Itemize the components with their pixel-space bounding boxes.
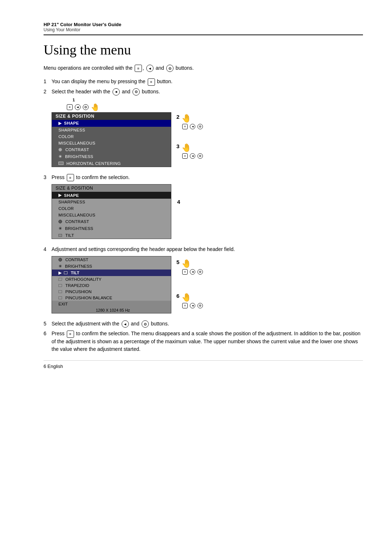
brightness-icon: ✳ xyxy=(58,154,62,159)
label-4-block: 4 xyxy=(177,184,180,205)
steps-5-6: 5 Select the adjustment with the ◄ and ⊙… xyxy=(44,320,363,353)
step-2: 2 Select the header with the ◄ and ⊙ but… xyxy=(44,88,363,96)
menu-header-1: SIZE & POSITION xyxy=(52,113,171,120)
btn-left-6: ◄ xyxy=(190,303,195,308)
horiz-center-icon xyxy=(58,162,64,165)
menu3-brightness: ✳ BRIGHTNESS xyxy=(52,263,171,270)
menu-item-contrast-label: CONTRAST xyxy=(65,147,89,152)
menu-item-sharpness-label: SHARPNESS xyxy=(58,128,85,132)
menu-item-color-label: COLOR xyxy=(58,134,74,139)
buttons-group-1: ≡ ◄ ⊙ xyxy=(66,104,89,110)
footer-text: 6 English xyxy=(44,364,63,369)
menu2-header: SIZE & POSITION xyxy=(52,185,171,192)
hand-icon-5: 🤚 xyxy=(181,259,191,268)
menu-screen-3: CONTRAST ✳ BRIGHTNESS ▶ TILT ORTHOGONALI… xyxy=(52,256,171,313)
btn-menu-3: ≡ xyxy=(182,153,188,159)
menu-item-color-1: COLOR xyxy=(52,133,171,140)
label-1-above: 1 xyxy=(73,98,75,102)
menu3-pincushion-balance: PINCUSHION BALANCE xyxy=(52,295,171,301)
menu2-misc: MISCELLANEOUS xyxy=(52,212,171,218)
menu3-ortho-icon xyxy=(58,278,62,281)
menu2-shape: ▶ SHAPE xyxy=(52,192,171,199)
header-title: HP 21" Color Monitor User's Guide xyxy=(44,22,363,27)
step-1-text: You can display the menu by pressing the… xyxy=(52,78,363,85)
menu-item-sharpness-1: SHARPNESS xyxy=(52,127,171,133)
menu2-shape-label: SHAPE xyxy=(64,193,79,198)
hand-6-group: 🤚 ≡ ◄ ⊙ xyxy=(181,293,204,308)
menu2-arrow: ▶ xyxy=(58,193,61,198)
label-6: 6 xyxy=(176,293,179,299)
btn-menu-6: ≡ xyxy=(182,303,188,308)
menu-screen-2: SIZE & POSITION ▶ SHAPE SHARPNESS COLOR … xyxy=(52,184,171,239)
menu-item-shape-label: SHAPE xyxy=(64,121,79,125)
diagram-1-row: ≡ ◄ ⊙ 🤚 SIZE & POSITION ▶ SHAPE xyxy=(52,103,363,167)
button-icon-ok: ⊙ xyxy=(166,65,173,72)
menu-screen-1: SIZE & POSITION ▶ SHAPE SHARPNESS COLOR … xyxy=(52,112,171,167)
menu2-color: COLOR xyxy=(52,205,171,212)
step-3-text: Press ≡ to confirm the selection. xyxy=(52,174,363,181)
menu-item-horiz-center-1: HORIZONTAL CENTERING xyxy=(52,160,171,167)
btn-menu-5: ≡ xyxy=(182,269,188,275)
menu-screen-1-wrapper: ≡ ◄ ⊙ 🤚 SIZE & POSITION ▶ SHAPE xyxy=(52,103,171,167)
buttons-group-6: ≡ ◄ ⊙ xyxy=(181,303,204,308)
btn-ok-3: ⊙ xyxy=(197,153,203,159)
buttons-group-3: ≡ ◄ ⊙ xyxy=(181,153,204,159)
label-3: 3 xyxy=(176,143,179,149)
menu3-orthogonality: ORTHOGONALITY xyxy=(52,276,171,282)
menu3-resolution: 1280 X 1024 85 Hz xyxy=(52,307,171,313)
menu3-tilt-icon xyxy=(64,271,68,274)
step-5-text: Select the adjustment with the ◄ and ⊙ b… xyxy=(52,320,363,328)
hand-above-diagram1: 1 xyxy=(52,98,363,102)
hand-icon-3: 🤚 xyxy=(181,143,191,152)
btn-menu-top: ≡ xyxy=(67,104,73,110)
label-4: 4 xyxy=(177,199,180,205)
step-6-num: 6 xyxy=(44,330,52,337)
and-text: and xyxy=(156,65,164,71)
btn-ok-2: ⊙ xyxy=(197,124,203,129)
button-icon-menu: ≡ xyxy=(135,65,142,72)
step6-button-icon: ≡ xyxy=(67,331,74,338)
label-2-block: 2 🤚 ≡ ◄ ⊙ xyxy=(176,114,204,129)
footer: 6 English xyxy=(44,360,363,369)
step2-button-ok: ⊙ xyxy=(132,88,140,96)
step-5: 5 Select the adjustment with the ◄ and ⊙… xyxy=(44,320,363,328)
hand-2-group: 🤚 ≡ ◄ ⊙ xyxy=(181,114,204,129)
menu-arrow-1: ▶ xyxy=(58,121,61,126)
step-1-num: 1 xyxy=(44,78,52,85)
btn-left-5: ◄ xyxy=(190,269,195,275)
menu2-brightness: ✳ BRIGHTNESS xyxy=(52,225,171,232)
menu3-brightness-icon: ✳ xyxy=(58,264,62,269)
btn-left-top: ◄ xyxy=(75,104,81,110)
menu-item-shape-1: ▶ SHAPE xyxy=(52,120,171,127)
menu3-trap-icon xyxy=(58,284,62,287)
header-subtitle: Using Your Monitor xyxy=(44,27,363,32)
menu3-pb-icon xyxy=(58,296,62,299)
menu-screen-2-wrapper: SIZE & POSITION ▶ SHAPE SHARPNESS COLOR … xyxy=(52,184,171,239)
intro-text-end: buttons. xyxy=(176,65,194,71)
label-6-block: 6 🤚 ≡ ◄ ⊙ xyxy=(176,293,204,308)
menu2-tilt: TILT xyxy=(52,232,171,239)
btn-ok-6: ⊙ xyxy=(197,303,203,308)
step5-button-ok: ⊙ xyxy=(142,320,149,328)
step-2-text: Select the header with the ◄ and ⊙ butto… xyxy=(52,88,363,96)
hand-icon-1: 🤚 xyxy=(91,103,100,112)
btn-ok-5: ⊙ xyxy=(197,269,203,275)
menu2-tilt-icon xyxy=(58,234,62,237)
step5-button-left: ◄ xyxy=(122,320,129,328)
step-1: 1 You can display the menu by pressing t… xyxy=(44,78,363,85)
menu3-contrast: CONTRAST xyxy=(52,256,171,263)
menu2-sharpness: SHARPNESS xyxy=(52,199,171,205)
menu3-tilt-selected: ▶ TILT xyxy=(52,270,171,276)
step1-button-icon: ≡ xyxy=(148,78,155,86)
step-5-num: 5 xyxy=(44,320,52,328)
hand-icon-6: 🤚 xyxy=(181,293,191,302)
diagram-3-right-labels: 5 🤚 ≡ ◄ ⊙ 6 🤚 xyxy=(176,256,204,308)
menu-item-misc-1: MISCELLANEOUS xyxy=(52,140,171,146)
step3-button-icon: ≡ xyxy=(67,174,74,181)
label-5-block: 5 🤚 ≡ ◄ ⊙ xyxy=(176,259,204,275)
menu-item-misc-label: MISCELLANEOUS xyxy=(58,141,95,145)
menu-screen-3-wrapper: CONTRAST ✳ BRIGHTNESS ▶ TILT ORTHOGONALI… xyxy=(52,256,171,313)
diagram-3-section: CONTRAST ✳ BRIGHTNESS ▶ TILT ORTHOGONALI… xyxy=(44,256,363,313)
menu-item-horiz-center-label: HORIZONTAL CENTERING xyxy=(66,161,121,166)
step-3: 3 Press ≡ to confirm the selection. xyxy=(44,174,363,181)
